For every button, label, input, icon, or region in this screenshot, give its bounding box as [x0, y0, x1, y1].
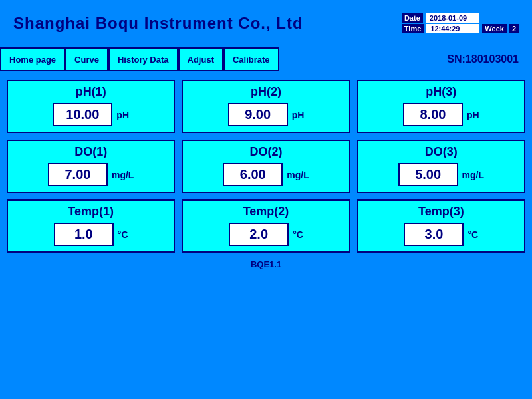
- header: Shanghai Boqu Instrument Co., Ltd Date 2…: [0, 0, 532, 47]
- sensor-value-row-do2: 6.00mg/L: [223, 163, 309, 186]
- nav-curve[interactable]: Curve: [65, 47, 108, 71]
- sensor-value-row-do1: 7.00mg/L: [48, 163, 134, 186]
- sensor-value-ph2: 9.00: [228, 103, 288, 126]
- date-row: Date 2018-01-09: [402, 13, 519, 23]
- navbar: Home page Curve History Data Adjust Cali…: [0, 47, 532, 72]
- sensor-value-do2: 6.00: [223, 163, 283, 186]
- time-row: Time 12:44:29 Week 2: [402, 24, 519, 33]
- sensor-unit-do2: mg/L: [287, 170, 309, 180]
- sensor-unit-do3: mg/L: [462, 170, 484, 180]
- sensor-unit-temp1: °C: [118, 229, 128, 240]
- sensor-title-ph2: pH(2): [251, 85, 281, 99]
- sensor-value-row-ph2: 9.00pH: [228, 103, 305, 126]
- sensor-card-temp2: Temp(2)2.0°C: [182, 200, 350, 253]
- footer: BQE1.1: [0, 259, 532, 272]
- sensor-unit-do1: mg/L: [112, 170, 134, 180]
- sensor-card-temp3: Temp(3)3.0°C: [357, 200, 525, 253]
- date-value: 2018-01-09: [426, 13, 479, 23]
- footer-text: BQE1.1: [251, 259, 281, 269]
- sensor-card-ph1: pH(1)10.00pH: [7, 80, 175, 133]
- nav-adjust[interactable]: Adjust: [178, 47, 223, 71]
- sensor-value-temp1: 1.0: [54, 223, 114, 246]
- sensor-value-ph1: 10.00: [53, 103, 112, 126]
- sensor-unit-ph1: pH: [116, 110, 129, 120]
- sensor-value-do1: 7.00: [48, 163, 108, 186]
- company-title: Shanghai Boqu Instrument Co., Ltd: [13, 14, 303, 33]
- sensor-value-row-temp3: 3.0°C: [404, 223, 478, 246]
- sensor-value-row-temp1: 1.0°C: [54, 223, 128, 246]
- time-label: Time: [402, 24, 424, 33]
- sn-label: SN:180103001: [447, 53, 519, 65]
- sensor-unit-ph3: pH: [467, 110, 479, 120]
- week-value: 2: [509, 24, 519, 33]
- sensor-value-row-ph1: 10.00pH: [53, 103, 129, 126]
- time-value: 12:44:29: [426, 24, 479, 33]
- sensor-title-ph3: pH(3): [426, 85, 456, 99]
- sensor-value-row-do3: 5.00mg/L: [398, 163, 484, 186]
- week-label: Week: [482, 24, 507, 33]
- nav-home[interactable]: Home page: [0, 47, 65, 71]
- sensor-card-ph3: pH(3)8.00pH: [357, 80, 525, 133]
- sensor-card-do1: DO(1)7.00mg/L: [7, 140, 175, 193]
- nav-calibrate[interactable]: Calibrate: [223, 47, 279, 71]
- sensor-value-temp2: 2.0: [229, 223, 289, 246]
- sensor-title-do3: DO(3): [425, 145, 458, 159]
- sensor-title-temp1: Temp(1): [68, 205, 114, 219]
- sensor-value-temp3: 3.0: [404, 223, 464, 246]
- sensor-value-row-temp2: 2.0°C: [229, 223, 303, 246]
- sensor-unit-temp2: °C: [293, 229, 303, 240]
- sensor-value-ph3: 8.00: [403, 103, 463, 126]
- sensor-value-row-ph3: 8.00pH: [403, 103, 479, 126]
- sensor-value-do3: 5.00: [398, 163, 458, 186]
- sensor-grid: pH(1)10.00pHpH(2)9.00pHpH(3)8.00pHDO(1)7…: [0, 72, 532, 257]
- sensor-unit-temp3: °C: [467, 229, 478, 240]
- sensor-title-do2: DO(2): [249, 145, 282, 159]
- sensor-card-do2: DO(2)6.00mg/L: [182, 140, 350, 193]
- sensor-card-do3: DO(3)5.00mg/L: [357, 140, 525, 193]
- datetime-box: Date 2018-01-09 Time 12:44:29 Week 2: [402, 13, 519, 33]
- date-label: Date: [402, 13, 423, 23]
- sensor-title-temp2: Temp(2): [243, 205, 289, 219]
- sensor-title-ph1: pH(1): [76, 85, 106, 99]
- sensor-card-ph2: pH(2)9.00pH: [182, 80, 350, 133]
- sensor-title-temp3: Temp(3): [418, 205, 464, 219]
- sensor-unit-ph2: pH: [292, 110, 305, 120]
- nav-history[interactable]: History Data: [108, 47, 178, 71]
- sensor-card-temp1: Temp(1)1.0°C: [7, 200, 175, 253]
- sensor-title-do1: DO(1): [74, 145, 107, 159]
